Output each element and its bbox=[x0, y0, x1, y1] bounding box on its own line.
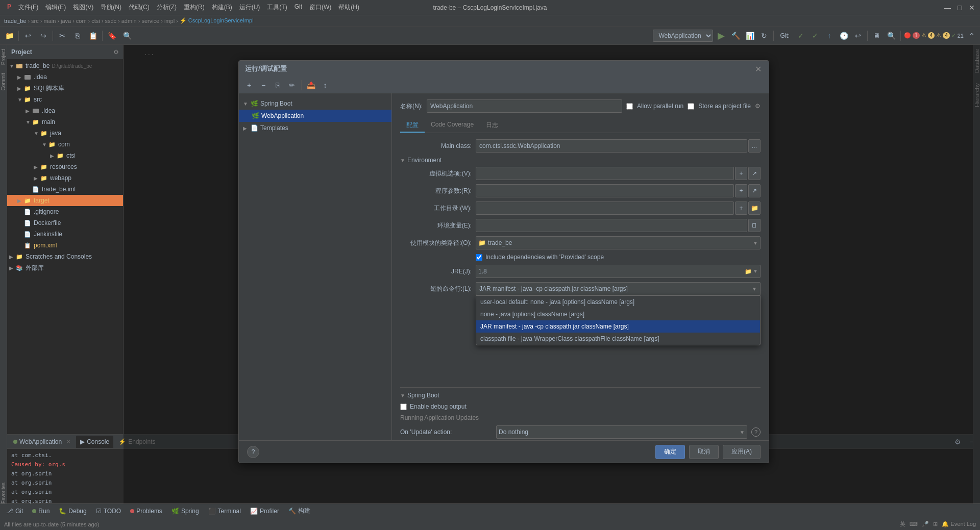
project-structure-btn[interactable]: 📁 bbox=[2, 29, 16, 43]
share-config-btn[interactable]: 📤 bbox=[305, 79, 317, 91]
jre-dropdown[interactable]: 1.8 📁 ▼ bbox=[476, 265, 761, 278]
env-section-header[interactable]: ▼ Environment bbox=[400, 157, 761, 164]
run-config-dropdown[interactable]: WebApplication bbox=[653, 30, 713, 42]
program-expand-btn[interactable]: + bbox=[735, 184, 747, 197]
git-check-btn[interactable]: ✓ bbox=[795, 30, 807, 42]
menu-file[interactable]: 文件(F) bbox=[15, 2, 41, 13]
favorites-side-tab[interactable]: Favorites bbox=[1, 483, 6, 503]
dialog-tree-web-app[interactable]: 🌿 WebApplication bbox=[239, 110, 391, 122]
dialog-close-btn[interactable]: ✕ bbox=[753, 64, 763, 73]
tree-item-jenkinsfile[interactable]: ▶ 📄 Jenkinsfile bbox=[7, 229, 123, 240]
tree-item-ctsi[interactable]: ▶ 📁 ctsi bbox=[7, 150, 123, 161]
tree-item-external[interactable]: ▶ 📚 外部库 bbox=[7, 262, 123, 273]
input-method-indicator[interactable]: 英 bbox=[900, 520, 905, 528]
enable-debug-checkbox[interactable] bbox=[400, 403, 407, 410]
tree-item-idea[interactable]: ▶ .idea bbox=[7, 71, 123, 83]
paste-btn[interactable]: 📋 bbox=[86, 29, 100, 43]
tree-item-idea2[interactable]: ▶ .idea bbox=[7, 105, 123, 116]
envvars-browse-btn[interactable]: 🗒 bbox=[748, 219, 761, 232]
menu-nav[interactable]: 导航(N) bbox=[97, 2, 125, 13]
tree-item-com[interactable]: ▼ 📁 com bbox=[7, 139, 123, 150]
window-controls[interactable]: — □ ✕ bbox=[943, 4, 976, 12]
dropdown-option-user-local[interactable]: user-local default: none - java [options… bbox=[476, 296, 760, 308]
classpath-dropdown[interactable]: 📁 trade_be ▼ bbox=[476, 236, 761, 249]
settings-icon[interactable]: ⚙ bbox=[755, 103, 761, 110]
copy-config-btn[interactable]: ⎘ bbox=[272, 79, 284, 91]
console-tab[interactable]: ▶ Console bbox=[76, 436, 113, 448]
run-button[interactable]: ▶ bbox=[715, 30, 727, 42]
spring-tool-btn[interactable]: 🌿 Spring bbox=[167, 505, 203, 517]
envvars-input[interactable] bbox=[476, 219, 747, 232]
menu-help[interactable]: 帮助(H) bbox=[335, 2, 362, 13]
tree-item-iml[interactable]: ▶ 📄 trade_be.iml bbox=[7, 184, 123, 195]
run-tab-close-btn[interactable]: ✕ bbox=[66, 438, 71, 445]
dropdown-option-classpath[interactable]: classpath file - java WrapperClass class… bbox=[476, 333, 760, 345]
workdir-add-btn[interactable]: + bbox=[735, 201, 747, 215]
jre-browse-btn[interactable]: 📁 bbox=[745, 268, 752, 275]
git-history-btn[interactable]: 🕐 bbox=[838, 30, 850, 42]
on-update-help-icon[interactable]: ? bbox=[751, 427, 761, 437]
vm-options-input[interactable] bbox=[476, 167, 734, 180]
profiler-tool-btn[interactable]: 📈 Profiler bbox=[246, 505, 283, 517]
tab-log[interactable]: 日志 bbox=[480, 119, 504, 133]
breadcrumb-item[interactable]: ⚡ CscpLogLoginServiceImpl bbox=[180, 17, 254, 24]
breadcrumb-item[interactable]: impl bbox=[164, 18, 175, 24]
spring-boot-section-header[interactable]: ▼ Spring Boot bbox=[400, 387, 761, 399]
breadcrumb-item[interactable]: com bbox=[76, 18, 87, 24]
tree-item-src[interactable]: ▼ 📁 src bbox=[7, 94, 123, 105]
menu-build[interactable]: 构建(B) bbox=[209, 2, 235, 13]
on-update-dropdown[interactable]: Do nothing ▼ bbox=[496, 425, 747, 439]
breadcrumb-item[interactable]: admin bbox=[121, 18, 137, 24]
menu-bar[interactable]: P 文件(F) 编辑(E) 视图(V) 导航(N) 代码(C) 分析(Z) 重构… bbox=[4, 2, 362, 13]
coverage-button[interactable]: 📊 bbox=[744, 30, 756, 42]
allow-parallel-checkbox[interactable] bbox=[626, 103, 633, 110]
menu-run[interactable]: 运行(U) bbox=[236, 2, 263, 13]
project-side-tab[interactable]: Project bbox=[1, 49, 6, 65]
dialog-tree-spring-boot[interactable]: ▼ 🌿 Spring Boot bbox=[239, 97, 391, 110]
add-config-btn[interactable]: + bbox=[243, 79, 255, 91]
tree-item-target[interactable]: ▶ 📁 target bbox=[7, 195, 123, 206]
vm-expand-btn[interactable]: + bbox=[735, 167, 747, 180]
keyboard-icon[interactable]: ⌨ bbox=[910, 521, 918, 527]
menu-tools[interactable]: 工具(T) bbox=[264, 2, 290, 13]
commit-side-tab[interactable]: Commit bbox=[1, 73, 6, 90]
menu-analyze[interactable]: 分析(Z) bbox=[154, 2, 180, 13]
tab-config[interactable]: 配置 bbox=[400, 119, 425, 133]
layout-icon[interactable]: ⊞ bbox=[933, 521, 938, 527]
search2-btn[interactable]: 🔍 bbox=[885, 30, 897, 42]
tree-item-main[interactable]: ▼ 📁 main bbox=[7, 116, 123, 128]
maximize-button[interactable]: □ bbox=[955, 4, 964, 12]
main-class-input[interactable] bbox=[476, 139, 747, 153]
cut-btn[interactable]: ✂ bbox=[55, 29, 69, 43]
breadcrumb-item[interactable]: main bbox=[43, 18, 56, 24]
problems-tool-btn[interactable]: Problems bbox=[126, 505, 166, 517]
git-tool-btn[interactable]: ⎇ Git bbox=[2, 505, 27, 517]
menu-refactor[interactable]: 重构(R) bbox=[181, 2, 208, 13]
breadcrumb-item[interactable]: src bbox=[31, 18, 39, 24]
workdir-browse-btn[interactable]: 📁 bbox=[748, 201, 761, 215]
undo-btn[interactable]: ↩ bbox=[21, 29, 35, 43]
tree-item-sql[interactable]: ▶ 📁 SQL脚本库 bbox=[7, 83, 123, 94]
store-project-checkbox[interactable] bbox=[688, 103, 694, 110]
build-button[interactable]: 🔨 bbox=[729, 30, 742, 42]
tree-item-gitignore[interactable]: ▶ 📄 .gitignore bbox=[7, 206, 123, 217]
menu-code[interactable]: 代码(C) bbox=[126, 2, 153, 13]
dropdown-option-none[interactable]: none - java [options] className [args] bbox=[476, 308, 760, 320]
menu-logo[interactable]: P bbox=[4, 2, 14, 13]
program-browse-btn[interactable]: ↗ bbox=[748, 184, 761, 197]
breadcrumb-item[interactable]: ssdc bbox=[105, 18, 116, 24]
tab-coverage[interactable]: Code Coverage bbox=[425, 119, 480, 133]
program-args-input[interactable] bbox=[476, 184, 734, 197]
sort-config-btn[interactable]: ↕ bbox=[319, 79, 331, 91]
bookmark-btn[interactable]: 🔖 bbox=[105, 29, 119, 43]
search-btn[interactable]: 🔍 bbox=[120, 29, 134, 43]
breadcrumb-item[interactable]: ctsi bbox=[91, 18, 100, 24]
tree-item-webapp[interactable]: ▶ 📁 webapp bbox=[7, 172, 123, 184]
copy-btn[interactable]: ⎘ bbox=[70, 29, 85, 43]
todo-tool-btn[interactable]: ☑ TODO bbox=[92, 505, 125, 517]
build-tool-btn[interactable]: 🔨 构建 bbox=[284, 505, 314, 517]
breadcrumb-item[interactable]: trade_be bbox=[4, 18, 26, 24]
remove-config-btn[interactable]: − bbox=[257, 79, 270, 91]
main-class-browse-btn[interactable]: ... bbox=[748, 139, 761, 153]
include-deps-checkbox[interactable] bbox=[476, 254, 482, 261]
